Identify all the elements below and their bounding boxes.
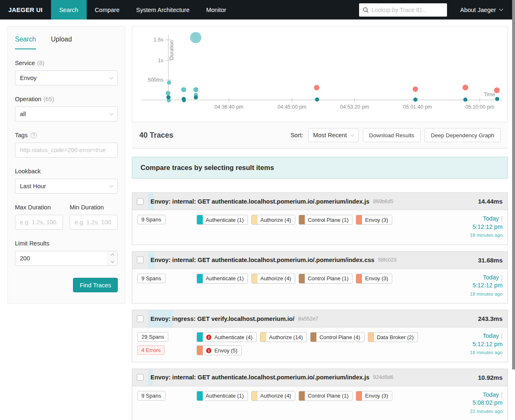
duration-scatter-chart[interactable]: 1.5s1s500ms04:36:40 pm04:45:00 pm04:53:2… — [132, 27, 508, 122]
duration-scatter-panel: 1.5s1s500ms04:36:40 pm04:45:00 pm04:53:2… — [132, 26, 508, 122]
search-icon — [363, 7, 369, 13]
service-badge-label: Envoy (3) — [365, 217, 388, 223]
limit-results-input[interactable] — [15, 251, 118, 266]
service-badge: Control Plane (1) — [299, 391, 352, 401]
trace-header-link[interactable]: Envoy: internal: GET authenticate.localh… — [132, 193, 508, 210]
trace-date-line: Today| — [440, 274, 503, 282]
service-color-swatch — [356, 391, 362, 401]
service-badge: Authorize (4) — [251, 391, 295, 401]
span-count-badge: 9 Spans — [137, 215, 165, 224]
nav-tab-compare[interactable]: Compare — [87, 0, 128, 19]
service-color-swatch — [197, 333, 203, 342]
toolbar-actions: Sort: Most Recent Download Results Deep … — [290, 128, 500, 142]
trace-time-link[interactable]: 5:12:12 pm — [472, 223, 503, 230]
chevron-down-icon — [499, 7, 503, 11]
service-badge: Authorize (4) — [251, 274, 295, 284]
trace-checkbox-wrap — [132, 252, 148, 269]
service-color-swatch — [252, 391, 258, 401]
max-duration-input[interactable] — [20, 219, 58, 226]
service-badge: Authenticate (1) — [197, 391, 248, 401]
service-badge-label: Envoy (5) — [214, 347, 238, 354]
lookback-select-value: Last Hour — [20, 183, 46, 189]
nav-spacer — [235, 0, 359, 19]
download-results-button[interactable]: Download Results — [363, 128, 420, 142]
vertical-scrollbar[interactable] — [512, 0, 515, 369]
trace-title: Envoy: ingress: GET verify.localhost.pom… — [151, 316, 294, 322]
tab-upload[interactable]: Upload — [51, 36, 72, 49]
service-badge-label: Authenticate (1) — [206, 275, 244, 282]
service-select[interactable]: Envoy — [15, 70, 118, 85]
trace-select-checkbox[interactable] — [137, 198, 143, 205]
sort-select[interactable]: Most Recent — [308, 128, 359, 142]
nav-tab-monitor[interactable]: Monitor — [198, 0, 234, 19]
service-select-value: Envoy — [20, 75, 36, 81]
svg-text:Time: Time — [484, 92, 495, 97]
service-badge-label: Authorize (4) — [260, 393, 291, 399]
chevron-down-icon — [109, 112, 114, 116]
tab-search[interactable]: Search — [15, 36, 36, 49]
nav-tab-search[interactable]: Search — [51, 0, 87, 19]
service-badge-label: Control Plane (1) — [308, 393, 348, 399]
trace-date-link[interactable]: Today — [483, 274, 499, 281]
error-count-badge: 4 Errors — [137, 345, 165, 355]
trace-result-card: Envoy: internal: GET authenticate.localh… — [132, 251, 508, 304]
operation-field-group: Operation (65) all — [15, 96, 118, 121]
trace-id-search[interactable] — [359, 3, 447, 17]
lookback-select[interactable]: Last Hour — [15, 179, 118, 194]
trace-date-link[interactable]: Today — [483, 215, 499, 222]
help-icon[interactable]: ? — [31, 132, 37, 138]
trace-card-body: 9 Spans Authenticate (1) Authorize (4) C… — [132, 386, 508, 420]
trace-checkbox-wrap — [132, 193, 148, 210]
trace-time-link[interactable]: 5:12:12 pm — [472, 282, 503, 289]
app-logo[interactable]: JAEGER UI — [0, 0, 51, 19]
service-color-swatch — [299, 391, 305, 401]
trace-card-body: 9 Spans Authenticate (1) Authorize (4) C… — [132, 269, 508, 303]
trace-time-link[interactable]: 5:08:02 pm — [472, 399, 503, 406]
trace-checkbox-wrap — [132, 369, 148, 386]
service-badge: Authenticate (1) — [197, 215, 248, 225]
tags-field-group: Tags ? — [15, 132, 118, 158]
service-badge: Authorize (4) — [251, 215, 295, 225]
service-label: Service (8) — [15, 60, 118, 66]
chevron-down-icon — [111, 260, 114, 263]
trace-relative-time: 22 minutes ago — [440, 408, 503, 415]
trace-select-checkbox[interactable] — [137, 257, 143, 263]
trace-id-search-input[interactable] — [372, 7, 443, 13]
about-jaeger-menu[interactable]: About Jaeger — [447, 0, 515, 19]
trace-header-link[interactable]: Envoy: ingress: GET verify.localhost.pom… — [132, 310, 508, 328]
trace-date-link[interactable]: Today — [483, 333, 499, 339]
trace-select-checkbox[interactable] — [137, 374, 143, 381]
trace-header-link[interactable]: Envoy: internal: GET authenticate.localh… — [132, 252, 508, 269]
trace-relative-time: 18 minutes ago — [440, 291, 503, 298]
stepper-down-button[interactable] — [107, 258, 117, 265]
limit-results-label: Limit Results — [15, 240, 118, 247]
service-badge: !Envoy (5) — [197, 345, 242, 355]
deep-dependency-graph-button[interactable]: Deep Dependency Graph — [425, 128, 500, 142]
error-icon: ! — [206, 335, 211, 340]
trace-duration: 14.44ms — [473, 193, 508, 210]
service-badge: Control Plane (1) — [299, 274, 352, 284]
service-badge: Control Plane (1) — [299, 215, 352, 225]
trace-time-link[interactable]: 5:12:12 pm — [472, 341, 503, 347]
trace-select-checkbox[interactable] — [137, 316, 143, 322]
trace-date-line: Today| — [440, 215, 503, 223]
duration-field-group: Max Duration Min Duration — [15, 204, 118, 230]
nav-tab-system-architecture[interactable]: System Architecture — [128, 0, 198, 19]
find-traces-button[interactable]: Find Traces — [73, 278, 118, 292]
trace-title-wrap: Envoy: ingress: GET verify.localhost.pom… — [148, 310, 473, 327]
service-badge-label: Envoy (3) — [365, 393, 388, 399]
min-duration-input[interactable] — [75, 219, 113, 226]
service-count: (8) — [37, 60, 44, 66]
stepper-up-button[interactable] — [107, 251, 117, 258]
separator: | — [501, 391, 503, 398]
tags-input[interactable] — [20, 147, 113, 153]
service-badge-label: Control Plane (1) — [308, 275, 348, 282]
trace-date-link[interactable]: Today — [483, 391, 499, 398]
trace-header-link[interactable]: Envoy: internal: GET authenticate.localh… — [132, 369, 508, 386]
trace-title-wrap: Envoy: internal: GET authenticate.localh… — [148, 369, 473, 386]
service-color-swatch — [260, 333, 266, 342]
operation-select[interactable]: all — [15, 107, 118, 121]
service-color-swatch — [356, 274, 362, 283]
service-color-swatch — [197, 391, 203, 401]
trace-meta-column: 29 Spans 4 Errors — [137, 332, 197, 356]
